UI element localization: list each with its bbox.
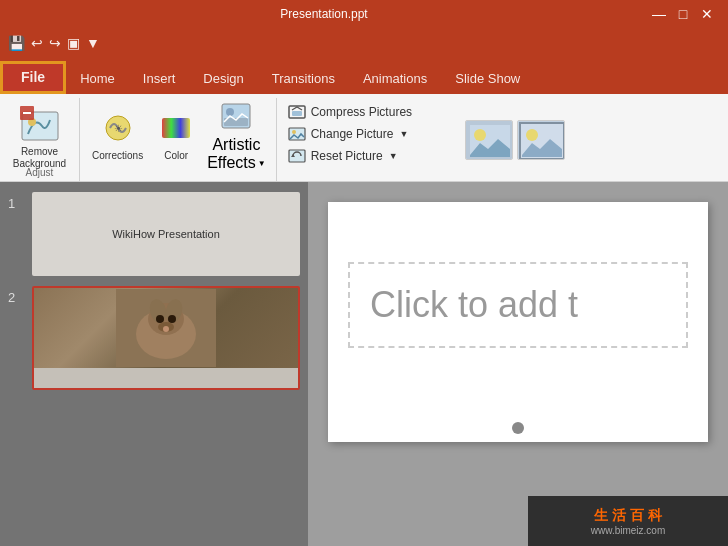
dropdown-arrow-icon[interactable]: ▼ [86, 35, 100, 51]
slide-thumbnail-2[interactable] [32, 286, 300, 390]
change-picture-icon [287, 126, 307, 142]
color-icon [160, 112, 192, 148]
quick-access-toolbar: 💾 ↩ ↪ ▣ ▼ [0, 28, 728, 58]
compress-pictures-label: Compress Pictures [311, 105, 412, 119]
ribbon-toolbar: Remove Background Adjust ☀ Corrections [0, 94, 728, 182]
slide-thumbnail-1[interactable]: WikiHow Presentation [32, 192, 300, 276]
svg-point-21 [526, 129, 538, 141]
slide-thumb-image-2 [34, 288, 298, 388]
click-to-add-placeholder[interactable]: Click to add t [348, 262, 688, 348]
svg-point-30 [163, 326, 169, 332]
artistic-effects-button[interactable]: Artistic Effects ▼ [201, 102, 272, 170]
main-area: 1 WikiHow Presentation 2 [0, 182, 728, 546]
redo-icon[interactable]: ↪ [49, 35, 61, 51]
reset-picture-icon [287, 148, 307, 164]
picture-style-2[interactable] [517, 120, 565, 160]
window-controls: — □ ✕ [648, 3, 718, 25]
adjust-group: Remove Background Adjust [0, 98, 80, 181]
svg-point-28 [168, 315, 176, 323]
artistic-effects-icon [220, 100, 252, 136]
save-icon[interactable]: 💾 [8, 35, 25, 51]
svg-point-27 [156, 315, 164, 323]
tab-insert[interactable]: Insert [129, 65, 190, 94]
tab-home[interactable]: Home [66, 65, 129, 94]
reset-picture-arrow: ▼ [389, 151, 398, 161]
click-to-add-text: Click to add t [370, 284, 578, 325]
tab-animations[interactable]: Animations [349, 65, 441, 94]
svg-rect-6 [162, 118, 190, 138]
slide-item-1: 1 WikiHow Presentation [8, 192, 300, 276]
watermark-line1: 生 活 百 科 [591, 507, 665, 525]
svg-point-18 [474, 129, 486, 141]
slide-item-2: 2 [8, 286, 300, 390]
reset-picture-label: Reset Picture [311, 149, 383, 163]
remove-background-button[interactable]: Remove Background [11, 104, 69, 172]
ribbon-tabs: File Home Insert Design Transitions Anim… [0, 58, 728, 94]
slide-1-text: WikiHow Presentation [112, 228, 220, 240]
watermark-line2: www.bimeiz.com [591, 525, 665, 536]
adjust-group-label: Adjust [26, 167, 54, 178]
corrections-label: Corrections [92, 150, 143, 161]
minimize-button[interactable]: — [648, 3, 670, 25]
slide-thumb-content-1: WikiHow Presentation [34, 194, 298, 274]
tab-transitions[interactable]: Transitions [258, 65, 349, 94]
change-picture-arrow: ▼ [399, 129, 408, 139]
artistic-effects-label2: Effects ▼ [207, 154, 266, 172]
watermark-content: 生 活 百 科 www.bimeiz.com [591, 507, 665, 536]
artistic-dropdown-icon: ▼ [258, 159, 266, 168]
maximize-button[interactable]: □ [672, 3, 694, 25]
svg-point-8 [226, 108, 234, 116]
reset-picture-button[interactable]: Reset Picture ▼ [283, 146, 451, 166]
scroll-indicator [512, 422, 524, 434]
svg-rect-11 [292, 111, 302, 116]
presentation-icon[interactable]: ▣ [67, 35, 80, 51]
slide-number-1: 1 [8, 192, 24, 211]
slide-canvas[interactable]: Click to add t [328, 202, 708, 442]
slide-number-2: 2 [8, 286, 24, 305]
remove-background-icon [20, 106, 60, 146]
corrections-icon: ☀ [102, 112, 134, 148]
picture-styles-group [457, 98, 573, 181]
svg-text:☀: ☀ [113, 123, 122, 134]
title-bar: Presentation.ppt — □ ✕ [0, 0, 728, 28]
color-label: Color [164, 150, 188, 161]
window-title: Presentation.ppt [0, 7, 648, 21]
change-picture-button[interactable]: Change Picture ▼ [283, 124, 451, 144]
color-button[interactable]: Color [151, 102, 201, 170]
picture-tools-group: Compress Pictures Change Picture ▼ [277, 98, 457, 181]
edit-area: Click to add t [308, 182, 728, 546]
tab-slideshow[interactable]: Slide Show [441, 65, 534, 94]
undo-icon[interactable]: ↩ [31, 35, 43, 51]
picture-style-1[interactable] [465, 120, 513, 160]
watermark: 生 活 百 科 www.bimeiz.com [528, 496, 728, 546]
corrections-button[interactable]: ☀ Corrections [84, 102, 151, 170]
artistic-effects-label1: Artistic [212, 136, 260, 154]
slide-panel: 1 WikiHow Presentation 2 [0, 182, 308, 546]
svg-point-13 [292, 130, 296, 134]
compress-pictures-button[interactable]: Compress Pictures [283, 102, 451, 122]
corrections-group: ☀ Corrections [80, 98, 277, 181]
compress-icon [287, 104, 307, 120]
change-picture-label: Change Picture [311, 127, 394, 141]
dog-image [34, 288, 298, 368]
tab-design[interactable]: Design [189, 65, 257, 94]
tab-file[interactable]: File [0, 61, 66, 94]
close-button[interactable]: ✕ [696, 3, 718, 25]
